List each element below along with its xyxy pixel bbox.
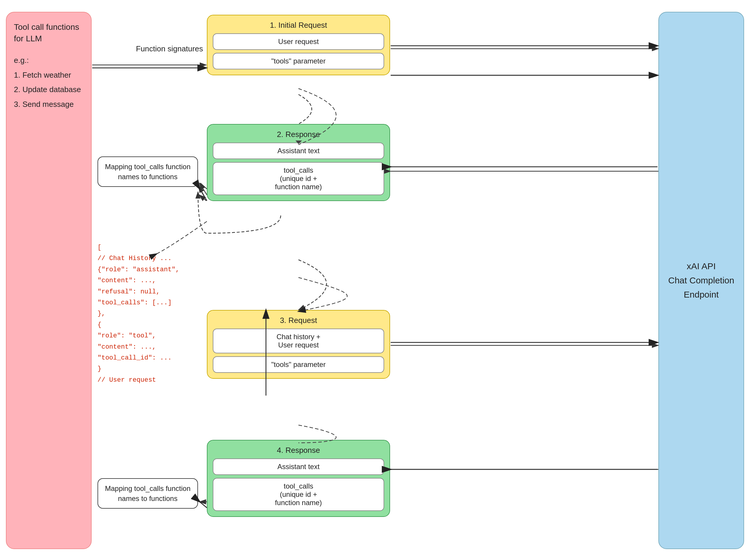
box3-title: 3. Request: [213, 316, 384, 325]
box2-sub2: tool_calls (unique id + function name): [213, 162, 384, 195]
box1-title: 1. Initial Request: [213, 21, 384, 30]
example-3: 3. Send message: [14, 97, 84, 111]
right-panel: xAI API Chat Completion Endpoint: [658, 12, 744, 549]
box2-title: 2. Response: [213, 130, 384, 139]
example-1: 1. Fetch weather: [14, 68, 84, 82]
api-line3: Endpoint: [668, 288, 734, 302]
api-line1: xAI API: [668, 259, 734, 273]
box1-sub1: User request: [213, 33, 384, 50]
code-line-3: {"role": "assistant",: [98, 264, 263, 275]
mapping1-text: Mapping tool_calls function names to fun…: [104, 162, 192, 182]
box4-sub2: tool_calls (unique id + function name): [213, 478, 384, 511]
func-signatures-label: Function signatures: [136, 44, 203, 54]
box4-sub1: Assistant text: [213, 458, 384, 475]
svg-line-28: [200, 183, 207, 189]
code-line-5: "refusal": null,: [98, 286, 263, 297]
box3-request: 3. Request Chat history + User request "…: [207, 310, 390, 379]
mapping-box-1: Mapping tool_calls function names to fun…: [98, 157, 198, 187]
code-line-1: [: [98, 242, 263, 253]
svg-line-8: [199, 195, 206, 201]
left-panel: Tool call functions for LLM e.g.: 1. Fet…: [6, 12, 92, 549]
box4-response: 4. Response Assistant text tool_calls (u…: [207, 440, 390, 517]
box4-title: 4. Response: [213, 446, 384, 455]
left-panel-examples: e.g.: 1. Fetch weather 2. Update databas…: [14, 53, 84, 111]
box3-sub2: "tools" parameter: [213, 356, 384, 373]
code-line-4: "content": ...,: [98, 275, 263, 286]
box2-sub1: Assistant text: [213, 143, 384, 159]
example-2: 2. Update database: [14, 82, 84, 97]
mapping-box-2: Mapping tool_calls function names to fun…: [98, 478, 198, 509]
left-panel-title: Tool call functions for LLM: [14, 21, 84, 44]
box1-sub2: "tools" parameter: [213, 53, 384, 69]
svg-line-9: [199, 186, 207, 201]
right-panel-text: xAI API Chat Completion Endpoint: [668, 259, 734, 302]
api-line2: Chat Completion: [668, 273, 734, 288]
examples-label: e.g.:: [14, 53, 84, 68]
code-line-2: // Chat History ...: [98, 253, 263, 264]
box1-initial-request: 1. Initial Request User request "tools" …: [207, 15, 390, 75]
mapping2-text: Mapping tool_calls function names to fun…: [104, 483, 192, 503]
svg-line-10: [199, 183, 207, 195]
box3-sub1: Chat history + User request: [213, 329, 384, 353]
box2-response: 2. Response Assistant text tool_calls (u…: [207, 124, 390, 201]
svg-line-22: [200, 189, 207, 201]
svg-line-27: [200, 502, 207, 508]
code-line-6: "tool_calls": [...]: [98, 297, 263, 308]
